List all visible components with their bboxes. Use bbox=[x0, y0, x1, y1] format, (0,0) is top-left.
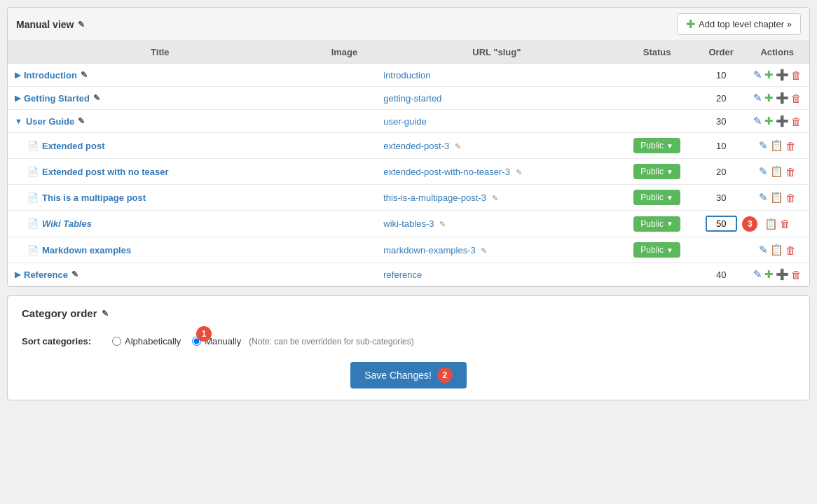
delete-icon[interactable]: 🗑 bbox=[785, 192, 796, 204]
delete-icon[interactable]: 🗑 bbox=[791, 69, 802, 81]
page-icon: 📄 bbox=[27, 192, 39, 203]
row-slug-cell: extended-post-3 ✎ bbox=[376, 133, 617, 159]
row-slug-cell: user-guide bbox=[376, 110, 617, 133]
plus-box-icon[interactable]: ➕ bbox=[776, 69, 789, 81]
delete-icon[interactable]: 🗑 bbox=[780, 218, 790, 230]
introduction-link[interactable]: ▶ Introduction ✎ bbox=[15, 70, 305, 80]
status-dropdown-button[interactable]: Public ▼ bbox=[633, 164, 680, 179]
edit-icon[interactable]: ✎ bbox=[759, 165, 768, 178]
extended-post-link[interactable]: 📄 Extended post bbox=[27, 141, 305, 151]
caret-icon: ▼ bbox=[666, 246, 673, 254]
save-changes-button[interactable]: Save Changes! 2 bbox=[350, 362, 467, 388]
markdown-examples-slug-link[interactable]: markdown-examples-3 bbox=[383, 245, 476, 255]
slug-edit-icon[interactable]: ✎ bbox=[492, 194, 498, 202]
extended-no-teaser-slug-link[interactable]: extended-post-with-no-teaser-3 bbox=[383, 167, 510, 177]
delete-icon[interactable]: 🗑 bbox=[791, 269, 802, 281]
copy-icon[interactable]: 📋 bbox=[764, 218, 778, 230]
row-slug-cell: reference bbox=[376, 263, 617, 286]
user-guide-slug-link[interactable]: user-guide bbox=[383, 116, 426, 127]
getting-started-slug-link[interactable]: getting-started bbox=[383, 93, 441, 104]
action-icons-group: ✎ 📋 🗑 bbox=[752, 165, 802, 178]
chapter-edit-icon[interactable]: ✎ bbox=[81, 70, 88, 80]
edit-icon[interactable]: ✎ bbox=[753, 115, 762, 127]
category-order-edit-icon[interactable]: ✎ bbox=[102, 309, 109, 318]
action-icons-group: ✎ ✚ ➕ 🗑 bbox=[752, 115, 802, 127]
delete-icon[interactable]: 🗑 bbox=[785, 244, 796, 256]
delete-icon[interactable]: 🗑 bbox=[791, 115, 802, 127]
wiki-tables-link[interactable]: 📄 Wiki Tables bbox=[27, 218, 305, 229]
edit-icon[interactable]: ✎ bbox=[78, 20, 85, 29]
add-chapter-button[interactable]: ✚ Add top level chapter » bbox=[677, 13, 801, 35]
table-row: 📄 This is a multipage post this-is-a-mul… bbox=[8, 185, 809, 211]
markdown-examples-link[interactable]: 📄 Markdown examples bbox=[27, 245, 305, 255]
slug-edit-icon[interactable]: ✎ bbox=[481, 246, 487, 255]
radio-manually[interactable]: 1 Manually (Note: can be overridden for … bbox=[192, 336, 413, 346]
order-input-field[interactable] bbox=[706, 216, 737, 232]
extended-post-no-teaser-link[interactable]: 📄 Extended post with no teaser bbox=[27, 167, 305, 177]
status-dropdown-button[interactable]: Public ▼ bbox=[633, 138, 680, 153]
order-value: 10 bbox=[716, 141, 726, 151]
reference-link[interactable]: ▶ Reference ✎ bbox=[15, 270, 305, 280]
copy-icon[interactable]: 📋 bbox=[770, 244, 783, 256]
row-status-cell: Public ▼ bbox=[617, 185, 696, 211]
edit-icon[interactable]: ✎ bbox=[753, 92, 762, 104]
delete-icon[interactable]: 🗑 bbox=[785, 166, 796, 178]
chapter-edit-icon[interactable]: ✎ bbox=[93, 93, 100, 103]
plus-box-icon[interactable]: ➕ bbox=[776, 92, 789, 104]
chapter-edit-icon[interactable]: ✎ bbox=[71, 270, 78, 279]
slug-edit-icon[interactable]: ✎ bbox=[439, 220, 446, 228]
radio-alpha-input[interactable] bbox=[112, 337, 121, 346]
sort-row: Sort categories: Alphabetically 1 Manual… bbox=[22, 330, 795, 352]
multipage-slug-link[interactable]: this-is-a-multipage-post-3 bbox=[383, 192, 486, 203]
add-icon[interactable]: ✚ bbox=[764, 69, 774, 81]
row-status-cell: Public ▼ bbox=[617, 237, 696, 263]
chapter-edit-icon[interactable]: ✎ bbox=[78, 116, 85, 126]
plus-box-icon[interactable]: ➕ bbox=[776, 268, 789, 281]
delete-icon[interactable]: 🗑 bbox=[791, 92, 802, 104]
edit-icon[interactable]: ✎ bbox=[753, 268, 762, 281]
edit-icon[interactable]: ✎ bbox=[759, 139, 768, 152]
status-dropdown-button[interactable]: Public ▼ bbox=[633, 216, 680, 232]
row-image-cell bbox=[313, 87, 377, 110]
row-actions-cell: ✎ 📋 🗑 bbox=[745, 133, 809, 159]
row-actions-cell: ✎ 📋 🗑 bbox=[745, 159, 809, 185]
getting-started-link[interactable]: ▶ Getting Started ✎ bbox=[15, 93, 305, 104]
introduction-slug-link[interactable]: introduction bbox=[383, 70, 430, 80]
action-icons-group: ✎ ✚ ➕ 🗑 bbox=[752, 268, 802, 281]
row-status-cell bbox=[617, 110, 696, 133]
multipage-post-link[interactable]: 📄 This is a multipage post bbox=[27, 192, 305, 203]
row-title-cell: ▶ Reference ✎ bbox=[8, 263, 313, 286]
extended-post-slug-link[interactable]: extended-post-3 bbox=[383, 141, 449, 151]
edit-icon[interactable]: ✎ bbox=[753, 69, 762, 81]
edit-icon[interactable]: ✎ bbox=[759, 244, 768, 256]
radio-alphabetically[interactable]: Alphabetically bbox=[112, 336, 181, 346]
order-value: 30 bbox=[716, 192, 726, 203]
status-dropdown-button[interactable]: Public ▼ bbox=[633, 242, 680, 258]
col-slug: URL "slug" bbox=[376, 41, 617, 64]
table-row: ▶ Introduction ✎ introduction 10 bbox=[8, 64, 809, 87]
row-order-cell[interactable]: 3 bbox=[697, 211, 746, 237]
reference-slug-link[interactable]: reference bbox=[383, 270, 422, 280]
copy-icon[interactable]: 📋 bbox=[770, 139, 783, 152]
row-title-cell: 📄 Extended post bbox=[8, 133, 313, 159]
copy-icon[interactable]: 📋 bbox=[770, 165, 783, 178]
plus-box-icon[interactable]: ➕ bbox=[776, 115, 789, 127]
col-title: Title bbox=[8, 41, 313, 64]
delete-icon[interactable]: 🗑 bbox=[785, 140, 796, 152]
slug-edit-icon[interactable]: ✎ bbox=[455, 142, 461, 150]
status-dropdown-button[interactable]: Public ▼ bbox=[633, 190, 680, 205]
add-icon[interactable]: ✚ bbox=[764, 92, 774, 104]
order-value: 20 bbox=[716, 167, 726, 177]
add-icon[interactable]: ✚ bbox=[764, 115, 774, 127]
wiki-tables-slug-link[interactable]: wiki-tables-3 bbox=[383, 218, 434, 229]
row-order-cell: 20 bbox=[697, 159, 746, 185]
col-actions: Actions bbox=[745, 41, 809, 64]
add-icon[interactable]: ✚ bbox=[764, 268, 774, 281]
order-value: 10 bbox=[716, 70, 726, 80]
edit-icon[interactable]: ✎ bbox=[759, 191, 768, 204]
row-actions-cell: ✎ ✚ ➕ 🗑 bbox=[745, 263, 809, 286]
user-guide-link[interactable]: ▼ User Guide ✎ bbox=[15, 116, 305, 127]
slug-edit-icon[interactable]: ✎ bbox=[516, 168, 522, 176]
copy-icon[interactable]: 📋 bbox=[770, 191, 783, 204]
page-title-text: Markdown examples bbox=[42, 245, 131, 255]
